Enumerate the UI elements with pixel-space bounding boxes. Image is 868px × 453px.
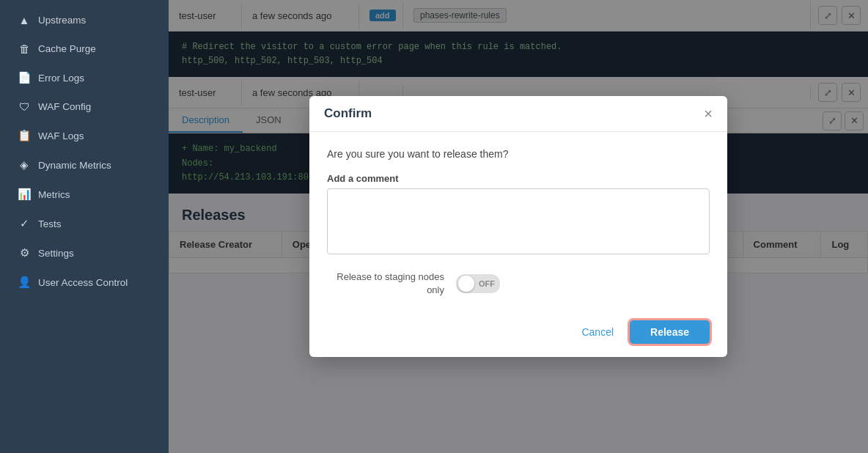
toggle-row: Release to staging nodes only OFF — [327, 270, 710, 297]
sidebar-item-upstreams[interactable]: ▲ Upstreams — [4, 7, 164, 34]
sidebar: ▲ Upstreams 🗑 Cache Purge 📄 Error Logs 🛡… — [0, 0, 169, 453]
cache-purge-icon: 🗑 — [18, 43, 31, 55]
sidebar-item-tests[interactable]: ✓ Tests — [4, 210, 164, 237]
sidebar-item-label: Error Logs — [38, 73, 84, 84]
sidebar-item-label: Upstreams — [38, 15, 86, 26]
confirm-modal: Confirm × Are you sure you want to relea… — [309, 96, 727, 357]
sidebar-item-label: Metrics — [38, 189, 70, 200]
toggle-knob — [458, 276, 474, 292]
modal-overlay: Confirm × Are you sure you want to relea… — [169, 0, 868, 453]
cancel-button[interactable]: Cancel — [574, 322, 621, 342]
sidebar-item-label: Cache Purge — [38, 43, 96, 54]
sidebar-item-waf-logs[interactable]: 📋 WAF Logs — [4, 122, 164, 150]
release-button[interactable]: Release — [630, 320, 710, 344]
metrics-icon: 📊 — [18, 188, 31, 201]
waf-config-icon: 🛡 — [18, 100, 31, 113]
sidebar-item-settings[interactable]: ⚙ Settings — [4, 239, 164, 267]
tests-icon: ✓ — [18, 217, 31, 230]
sidebar-item-label: WAF Logs — [38, 130, 84, 141]
sidebar-item-dynamic-metrics[interactable]: ◈ Dynamic Metrics — [4, 151, 164, 179]
user-access-icon: 👤 — [18, 276, 31, 289]
sidebar-item-label: User Access Control — [38, 277, 128, 288]
sidebar-item-label: Settings — [38, 248, 74, 259]
sidebar-item-label: Dynamic Metrics — [38, 160, 111, 171]
dynamic-metrics-icon: ◈ — [18, 158, 31, 172]
comment-label: Add a comment — [327, 173, 710, 184]
error-logs-icon: 📄 — [18, 71, 31, 84]
modal-footer: Cancel Release — [309, 310, 727, 357]
toggle-switch[interactable]: OFF — [456, 274, 500, 293]
modal-title: Confirm — [324, 106, 372, 121]
toggle-label: Release to staging nodes only — [327, 270, 444, 297]
main-content: test-user a few seconds ago add phases-r… — [169, 0, 868, 453]
modal-question: Are you sure you want to release them? — [327, 148, 710, 160]
comment-textarea[interactable] — [327, 188, 710, 254]
sidebar-item-waf-config[interactable]: 🛡 WAF Config — [4, 93, 164, 120]
sidebar-item-label: WAF Config — [38, 101, 91, 112]
modal-close-button[interactable]: × — [704, 106, 713, 121]
settings-icon: ⚙ — [18, 246, 31, 259]
toggle-state-label: OFF — [479, 279, 495, 288]
waf-logs-icon: 📋 — [18, 129, 31, 142]
sidebar-item-cache-purge[interactable]: 🗑 Cache Purge — [4, 35, 164, 62]
sidebar-item-error-logs[interactable]: 📄 Error Logs — [4, 64, 164, 92]
sidebar-item-metrics[interactable]: 📊 Metrics — [4, 180, 164, 208]
upstreams-icon: ▲ — [18, 14, 31, 26]
modal-header: Confirm × — [309, 96, 727, 132]
modal-body: Are you sure you want to release them? A… — [309, 132, 727, 310]
sidebar-item-user-access-control[interactable]: 👤 User Access Control — [4, 268, 164, 296]
comment-field-group: Add a comment — [327, 173, 710, 257]
sidebar-item-label: Tests — [38, 218, 62, 229]
